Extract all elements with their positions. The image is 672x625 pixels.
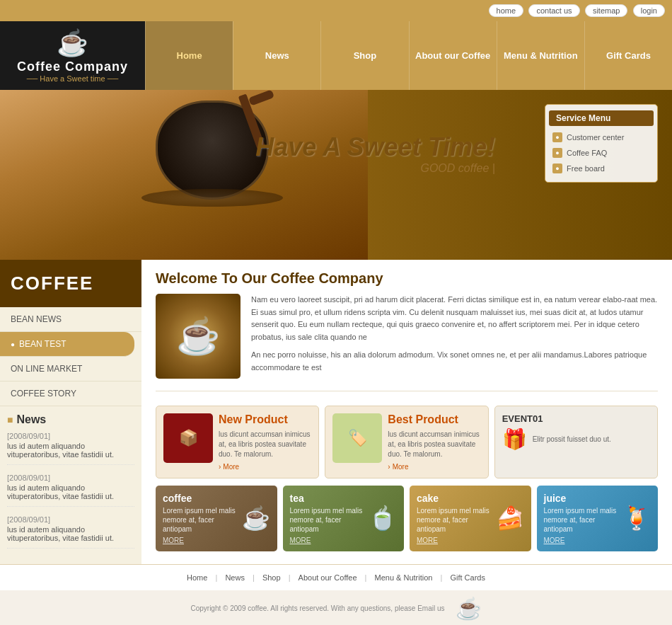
- topbar-sitemap[interactable]: sitemap: [585, 4, 628, 17]
- footer-nav: Home | News | Shop | About our Coffee | …: [0, 564, 672, 590]
- nav-shop[interactable]: Shop: [320, 21, 408, 90]
- news-item: [2008/09/01] lus id autem aliquando vitu…: [7, 432, 134, 465]
- coffee-cat-more[interactable]: MORE: [163, 537, 242, 544]
- products-row: 📦 New Product lus dicunt accumsan inimic…: [156, 406, 658, 478]
- coffee-cat-icon: ☕: [242, 505, 270, 532]
- hero-subheading: GOOD coffee |: [255, 162, 495, 175]
- new-product-desc: lus dicunt accumsan inimicus at, ea libr…: [219, 430, 311, 459]
- welcome-title: Welcome To Our Coffee Company: [156, 270, 658, 287]
- new-product-inner: 📦 New Product lus dicunt accumsan inimic…: [163, 413, 311, 471]
- news-text-2: lus id autem aliquando vituperatoribus, …: [7, 483, 134, 500]
- footer-menu-nutrition[interactable]: Menu & Nutrition: [375, 573, 433, 582]
- nav-news[interactable]: News: [233, 21, 320, 90]
- juice-cat-title: juice: [544, 493, 623, 504]
- sep: |: [441, 573, 443, 582]
- news-text-1: lus id autem aliquando vituperatoribus, …: [7, 442, 134, 459]
- tea-cat-icon: 🍵: [369, 505, 397, 532]
- service-customer-center[interactable]: ● Customer center: [545, 130, 657, 145]
- categories-row: coffee Lorem ipsum mel malis nemore at, …: [156, 486, 658, 551]
- new-product-info: New Product lus dicunt accumsan inimicus…: [219, 413, 311, 471]
- sep: |: [365, 573, 367, 582]
- best-product-card: 🏷️ Best Product lus dicunt accumsan inim…: [325, 406, 488, 478]
- coffee-cat-text: coffee Lorem ipsum mel malis nemore at, …: [163, 493, 242, 544]
- sidebar-news: ■ News [2008/09/01] lus id autem aliquan…: [0, 406, 141, 564]
- news-date-3: [2008/09/01]: [7, 515, 134, 524]
- nav-gift-cards[interactable]: Gift Cards: [584, 21, 672, 90]
- news-item: [2008/09/01] lus id autem aliquando vitu…: [7, 474, 134, 507]
- new-product-title: New Product: [219, 413, 311, 426]
- coffee-cat-inner: coffee Lorem ipsum mel malis nemore at, …: [163, 493, 270, 544]
- footer-home[interactable]: Home: [187, 573, 207, 582]
- sidebar-coffee-label: COFFEE: [11, 273, 131, 294]
- cake-cat-text: cake Lorem ipsum mel malis nemore at, fa…: [417, 493, 496, 544]
- new-product-more-link[interactable]: More: [219, 463, 311, 471]
- sidebar-bean-test[interactable]: BEAN TEST: [0, 332, 134, 357]
- event-title: EVENT01: [502, 413, 650, 424]
- juice-cat-more[interactable]: MORE: [544, 537, 623, 544]
- topbar-home[interactable]: home: [489, 4, 524, 17]
- tea-cat-desc: Lorem ipsum mel malis nemore at, facer a…: [290, 506, 369, 534]
- topbar-login[interactable]: login: [633, 4, 665, 17]
- sidebar-bean-news[interactable]: BEAN NEWS: [0, 307, 141, 332]
- juice-category-card: juice Lorem ipsum mel malis nemore at, f…: [537, 486, 659, 551]
- sidebar-coffee-story[interactable]: COFFEE STORY: [0, 382, 141, 406]
- footer-news[interactable]: News: [225, 573, 245, 582]
- best-product-image: 🏷️: [332, 413, 382, 463]
- news-icon: ■: [7, 414, 13, 425]
- footer-copyright: Copyright © 2009 coffee. All rights rese…: [0, 590, 672, 625]
- sidebar: COFFEE BEAN NEWS BEAN TEST ON LINE MARKE…: [0, 260, 141, 564]
- best-product-title: Best Product: [388, 413, 480, 426]
- sidebar-menu: BEAN NEWS BEAN TEST ON LINE MARKET COFFE…: [0, 307, 141, 406]
- sidebar-online-market[interactable]: ON LINE MARKET: [0, 357, 141, 382]
- welcome-body-1: Nam eu vero laoreet suscipit, pri ad har…: [251, 294, 658, 343]
- logo-title: Coffee Company: [17, 59, 128, 74]
- footer-about-coffee[interactable]: About our Coffee: [299, 573, 357, 582]
- tea-cat-text: tea Lorem ipsum mel malis nemore at, fac…: [290, 493, 369, 544]
- service-free-board[interactable]: ● Free board: [545, 161, 657, 176]
- news-date-2: [2008/09/01]: [7, 474, 134, 482]
- main-nav: Home News Shop About our Coffee Menu & N…: [145, 21, 672, 90]
- main-content: COFFEE BEAN NEWS BEAN TEST ON LINE MARKE…: [0, 260, 672, 564]
- hero-banner: Have A Sweet Time! GOOD coffee | Service…: [0, 90, 672, 260]
- nav-home[interactable]: Home: [145, 21, 233, 90]
- cake-cat-more[interactable]: MORE: [417, 537, 496, 544]
- customer-center-icon: ●: [552, 132, 562, 142]
- news-text-3: lus id autem aliquando vituperatoribus, …: [7, 525, 134, 542]
- sep: |: [253, 573, 255, 582]
- top-bar: home contact us sitemap login: [0, 0, 672, 21]
- coffee-faq-icon: ●: [552, 148, 562, 158]
- welcome-body-2: An nec porro noluisse, his an alia dolor…: [251, 349, 658, 374]
- welcome-section: ☕ Nam eu vero laoreet suscipit, pri ad h…: [156, 294, 658, 391]
- header: ☕ Coffee Company ── Have a Sweet time ──…: [0, 21, 672, 90]
- service-item-3: Free board: [567, 164, 605, 173]
- footer-coffee-icon: ☕: [456, 596, 482, 621]
- juice-cat-inner: juice Lorem ipsum mel malis nemore at, f…: [544, 493, 651, 544]
- logo-subtitle: ── Have a Sweet time ──: [27, 74, 119, 83]
- cake-cat-title: cake: [417, 493, 496, 504]
- best-product-more-link[interactable]: More: [388, 463, 480, 471]
- nav-about-coffee[interactable]: About our Coffee: [409, 21, 497, 90]
- footer-shop[interactable]: Shop: [262, 573, 281, 582]
- coffee-cat-title: coffee: [163, 493, 242, 504]
- news-item: [2008/09/01] lus id autem aliquando vitu…: [7, 515, 134, 549]
- nav-menu-nutrition[interactable]: Menu & Nutrition: [497, 21, 584, 90]
- service-coffee-faq[interactable]: ● Coffee FAQ: [545, 145, 657, 161]
- cake-cat-icon: 🍰: [496, 505, 524, 532]
- coffee-category-card: coffee Lorem ipsum mel malis nemore at, …: [156, 486, 277, 551]
- new-product-image: 📦: [163, 413, 213, 463]
- logo-icon: ☕: [57, 28, 88, 58]
- free-board-icon: ●: [552, 164, 562, 173]
- best-product-info: Best Product lus dicunt accumsan inimicu…: [388, 413, 480, 471]
- best-product-desc: lus dicunt accumsan inimicus at, ea libr…: [388, 430, 480, 459]
- topbar-contact[interactable]: contact us: [528, 4, 579, 17]
- juice-cat-desc: Lorem ipsum mel malis nemore at, facer a…: [544, 506, 623, 534]
- hero-heading: Have A Sweet Time!: [255, 132, 495, 162]
- tea-cat-more[interactable]: MORE: [290, 537, 369, 544]
- tea-cat-title: tea: [290, 493, 369, 504]
- new-product-card: 📦 New Product lus dicunt accumsan inimic…: [156, 406, 319, 478]
- footer-gift-cards[interactable]: Gift Cards: [450, 573, 485, 582]
- tea-category-card: tea Lorem ipsum mel malis nemore at, fac…: [283, 486, 405, 551]
- logo-area: ☕ Coffee Company ── Have a Sweet time ──: [0, 21, 145, 90]
- cake-cat-inner: cake Lorem ipsum mel malis nemore at, fa…: [417, 493, 524, 544]
- sep: |: [289, 573, 291, 582]
